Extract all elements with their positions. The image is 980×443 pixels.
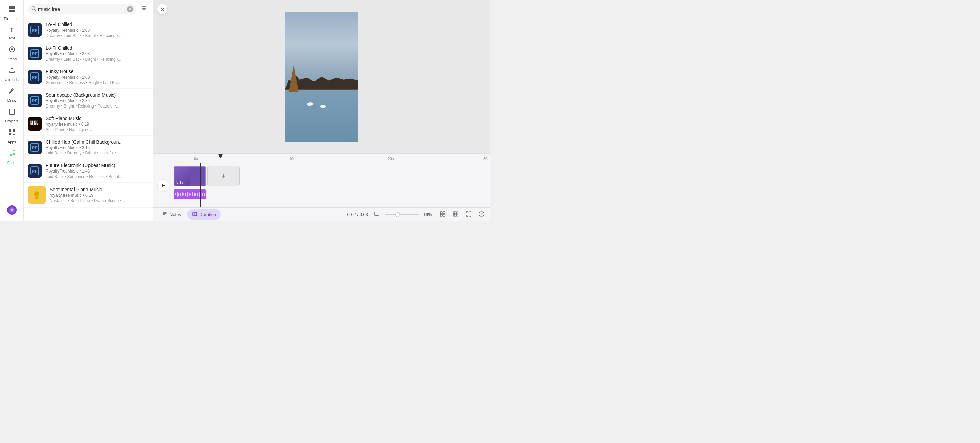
svg-rect-66: [457, 215, 458, 216]
result-thumb: [28, 186, 46, 204]
result-thumb: RF: [28, 94, 41, 107]
zoom-slider[interactable]: [385, 214, 419, 215]
search-bar: ✕: [24, 0, 153, 18]
wave-bar: [185, 192, 186, 196]
sidebar-item-elements[interactable]: Elements: [1, 3, 23, 23]
result-source: RoyaltyFreeMusic • 2:08: [46, 51, 149, 56]
fullscreen-icon-button[interactable]: [464, 210, 473, 220]
sidebar-item-audio[interactable]: Audio: [1, 147, 23, 167]
sidebar-item-apps-label: Apps: [8, 140, 16, 144]
svg-rect-3: [12, 10, 15, 12]
result-info: Chilled Hop (Calm Chill Backgroun... Roy…: [46, 139, 149, 156]
svg-rect-57: [443, 214, 445, 216]
svg-text:RF: RF: [32, 145, 37, 150]
grid-3x3-icon-button[interactable]: [451, 210, 460, 220]
filter-button[interactable]: [139, 3, 149, 14]
wave-bar: [197, 192, 198, 196]
svg-point-47: [34, 191, 40, 197]
waveform: [173, 192, 206, 197]
grid-2x2-icon-button[interactable]: [438, 210, 447, 220]
bottom-left: Notes Duration: [157, 209, 221, 220]
svg-text:RF: RF: [32, 169, 37, 174]
ruler-marks: 0s 10s 20s 30s: [194, 154, 490, 163]
notes-label: Notes: [169, 212, 181, 217]
play-button[interactable]: ▶: [157, 179, 169, 192]
svg-rect-2: [9, 10, 11, 12]
wave-bar: [173, 192, 174, 196]
result-item[interactable]: RF Funky House RoyaltyFreeMusic • 2:00 G…: [24, 65, 153, 89]
audio-track: [173, 189, 206, 199]
time-display: 0:02 / 0:03: [347, 212, 368, 217]
svg-rect-64: [453, 215, 455, 216]
clear-search-button[interactable]: ✕: [127, 6, 133, 12]
icon-sidebar: Elements T Text Brand Uploads: [0, 0, 24, 221]
elements-icon: [8, 5, 16, 14]
text-icon: T: [10, 26, 14, 34]
monitor-icon-button[interactable]: [372, 210, 381, 220]
duration-icon: [192, 211, 197, 218]
result-item[interactable]: Soft Piano Music royalty free music • 0:…: [24, 112, 153, 136]
sidebar-item-draw[interactable]: Draw: [1, 84, 23, 105]
wave-bar: [189, 193, 189, 195]
result-title: Chilled Hop (Calm Chill Backgroun...: [46, 139, 149, 144]
search-input[interactable]: [38, 6, 125, 12]
result-tags: Dreamy • Laid Back • Bright • Relaxing •…: [46, 57, 149, 62]
sidebar-item-text[interactable]: T Text: [1, 24, 23, 42]
svg-rect-56: [440, 214, 442, 216]
result-title: Lo-Fi Chilled: [46, 45, 149, 51]
projects-icon: [8, 108, 16, 117]
result-item[interactable]: Sentimental Piano Music royalty free mus…: [24, 183, 153, 208]
add-clip-button[interactable]: +: [207, 166, 240, 186]
sidebar-item-projects[interactable]: Projects: [1, 105, 23, 125]
duration-label: Duration: [199, 212, 216, 217]
result-item[interactable]: RF Chilled Hop (Calm Chill Backgroun... …: [24, 136, 153, 159]
svg-rect-62: [455, 213, 456, 215]
svg-rect-39: [31, 121, 32, 123]
video-clip[interactable]: 3.1s: [173, 166, 206, 186]
svg-rect-60: [457, 212, 458, 213]
tab-duration[interactable]: Duration: [187, 209, 221, 220]
audio-clip[interactable]: [173, 189, 206, 199]
help-icon-button[interactable]: ?: [477, 210, 486, 220]
sidebar-item-audio-label: Audio: [7, 160, 16, 165]
canvas-area: ✕: [153, 0, 490, 154]
result-item[interactable]: RF Future Electronic (Upbeat Music) Roya…: [24, 159, 153, 183]
close-button[interactable]: ✕: [157, 4, 167, 14]
svg-rect-40: [33, 121, 34, 123]
result-item[interactable]: RF Soundscape (Background Music) Royalty…: [24, 89, 153, 112]
wave-bar: [205, 192, 206, 196]
wave-bar: [190, 194, 191, 195]
result-item[interactable]: RF Lo-Fi Chilled RoyaltyFreeMusic • 2:08…: [24, 42, 153, 65]
sidebar-item-uploads[interactable]: Uploads: [1, 64, 23, 84]
results-list: RF Lo-Fi Chilled RoyaltyFreeMusic • 2:08…: [24, 18, 153, 221]
svg-rect-58: [453, 212, 455, 213]
svg-rect-48: [35, 197, 39, 199]
sidebar-item-elements-label: Elements: [4, 17, 20, 21]
ruler-mark-0s: 0s: [194, 157, 198, 160]
result-thumb: RF: [28, 23, 41, 37]
result-info: Soundscape (Background Music) RoyaltyFre…: [46, 92, 149, 108]
result-title: Soundscape (Background Music): [46, 92, 149, 98]
svg-rect-10: [13, 134, 14, 135]
result-info: Lo-Fi Chilled RoyaltyFreeMusic • 2:08 Dr…: [46, 22, 149, 38]
zoom-slider-wrap: [385, 214, 419, 215]
draw-icon: [8, 87, 16, 96]
svg-point-5: [11, 48, 13, 50]
result-item[interactable]: RF Lo-Fi Chilled RoyaltyFreeMusic • 2:08…: [24, 18, 153, 42]
sidebar-item-apps[interactable]: Apps: [1, 126, 23, 146]
apps-icon: [8, 129, 16, 138]
sidebar-item-brand-label: Brand: [7, 57, 17, 61]
audio-icon: [8, 149, 16, 159]
result-tags: Glamorous • Restless • Bright • Laid Ba.…: [46, 80, 149, 85]
bottom-bar: Notes Duration 0:02 / 0:03: [153, 207, 490, 221]
search-panel: ✕ RF Lo-Fi Chilled RoyaltyFreeMusic • 2:…: [24, 0, 153, 221]
video-track: 3.1s +: [173, 166, 240, 186]
result-thumb: RF: [28, 141, 41, 154]
main-area: ✕ 0s 10s 20s 30s: [153, 0, 490, 221]
sidebar-item-magic[interactable]: ✦: [1, 202, 23, 219]
tab-notes[interactable]: Notes: [157, 209, 186, 220]
lake-scene: [285, 11, 358, 142]
sidebar-item-brand[interactable]: Brand: [1, 43, 23, 63]
result-tags: Nostalgia • Solo Piano • Drama Scene •..…: [50, 198, 149, 203]
playhead-marker: [218, 154, 223, 159]
